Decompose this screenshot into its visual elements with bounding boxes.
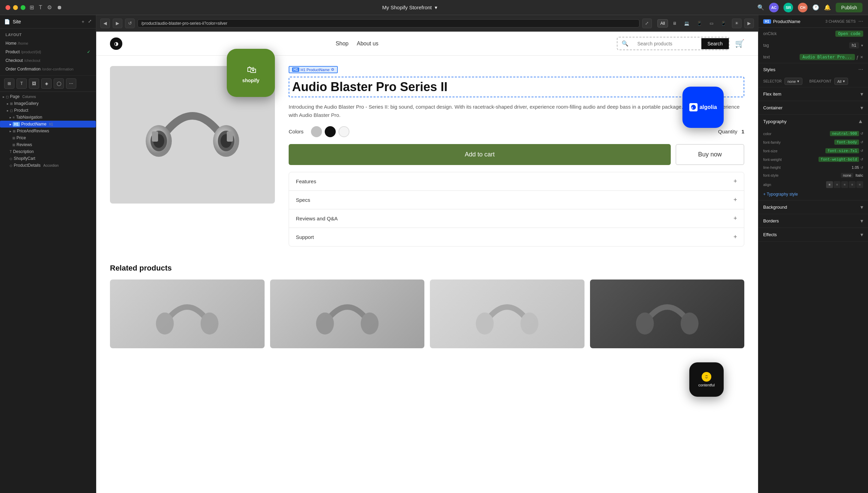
accordion-support[interactable]: Support + xyxy=(289,228,744,246)
styles-menu-icon[interactable]: ⋯ xyxy=(858,67,863,72)
font-family-value[interactable]: font-body xyxy=(834,140,859,145)
styles-header[interactable]: Styles ⋯ xyxy=(758,63,868,76)
tree-tab-navigation[interactable]: ▸ ≡ TabNavigation xyxy=(0,114,96,121)
borders-section[interactable]: Borders ▾ xyxy=(758,214,868,228)
grid-icon[interactable]: ⊞ xyxy=(30,4,34,11)
external-link-button[interactable]: ⤢ xyxy=(642,19,652,28)
minimize-button[interactable] xyxy=(13,5,18,10)
avatar-ac[interactable]: AC xyxy=(769,3,779,12)
tool-more[interactable]: ⋯ xyxy=(66,78,76,89)
cart-icon[interactable]: 🛒 xyxy=(735,39,744,48)
forward-button[interactable]: ▶ xyxy=(113,19,122,28)
panel-menu-icon[interactable]: ⋯ xyxy=(858,19,863,24)
tree-product[interactable]: ▸ ◻ Product xyxy=(0,107,96,114)
view-small-tablet-button[interactable]: ▭ xyxy=(706,19,716,28)
tool-grid[interactable]: ⊞ xyxy=(4,78,14,89)
reset-font-weight-icon[interactable]: ↺ xyxy=(860,157,863,161)
tree-product-name[interactable]: ▸ H1 ProductName h1 xyxy=(0,121,96,128)
swatch-black[interactable] xyxy=(325,126,336,137)
reload-button[interactable]: ↺ xyxy=(125,19,135,28)
nav-product[interactable]: Product /product/{id} ✓ xyxy=(0,47,96,56)
font-style-italic[interactable]: Italic xyxy=(855,173,863,177)
nav-about[interactable]: About us xyxy=(357,41,378,47)
maximize-button[interactable] xyxy=(21,5,25,10)
settings-icon[interactable]: ⚙ xyxy=(331,67,334,72)
close-button[interactable] xyxy=(5,5,10,10)
search-input[interactable] xyxy=(633,38,701,49)
accordion-reviews[interactable]: Reviews and Q&A + xyxy=(289,209,744,228)
avatar-sr[interactable]: SR xyxy=(783,3,793,12)
record-icon[interactable]: ⏺ xyxy=(57,4,62,11)
nav-home[interactable]: Home /home xyxy=(0,39,96,47)
nav-checkout[interactable]: Checkout /checkout xyxy=(0,56,96,65)
typography-header[interactable]: Typography ▲ xyxy=(758,115,868,128)
search-button[interactable]: Search xyxy=(701,38,729,49)
tool-image[interactable]: 🖼 xyxy=(29,78,39,89)
text-value[interactable]: Audio Blaster Pro... xyxy=(800,54,855,60)
line-height-value[interactable]: 1.05 xyxy=(852,165,859,169)
add-to-cart-button[interactable]: Add to cart xyxy=(289,144,671,165)
tree-reviews[interactable]: ⊞ Reviews xyxy=(0,141,96,148)
expand-icon[interactable]: ⤢ xyxy=(88,19,92,25)
align-justify-button[interactable]: ≡ xyxy=(849,181,856,188)
avatar-ch[interactable]: CH xyxy=(798,3,808,12)
related-card-3[interactable] xyxy=(430,280,585,348)
nav-shop[interactable]: Shop xyxy=(336,41,348,47)
nav-order-confirmation[interactable]: Order Confirmation /order-confirmation xyxy=(0,65,96,73)
reset-color-icon[interactable]: ↺ xyxy=(860,132,863,135)
add-typography-style-button[interactable]: + Typography style xyxy=(758,190,868,199)
dropdown-icon[interactable]: ▾ xyxy=(435,4,437,11)
accordion-features[interactable]: Features + xyxy=(289,172,744,191)
onclick-value[interactable]: Open code xyxy=(835,31,863,37)
quantity-value[interactable]: 1 xyxy=(742,129,744,134)
view-desktop-button[interactable]: 🖥 xyxy=(669,19,680,28)
tool-text[interactable]: T xyxy=(16,78,27,89)
reset-font-family-icon[interactable]: ↺ xyxy=(860,140,863,144)
font-size-value[interactable]: font-size-7x1 xyxy=(825,148,859,153)
back-button[interactable]: ◀ xyxy=(100,19,110,28)
tree-price-and-reviews[interactable]: ▸ ⊞ PriceAndReviews xyxy=(0,128,96,134)
container-section[interactable]: Container ▾ xyxy=(758,101,868,115)
effects-section[interactable]: Effects ▾ xyxy=(758,228,868,242)
selector-dropdown[interactable]: none ▾ xyxy=(784,78,802,85)
nav-more[interactable]: More ▾ xyxy=(387,40,403,47)
tree-image-gallery[interactable]: ▸ ⊞ ImageGallery xyxy=(0,100,96,107)
url-bar[interactable]: /product/audio-blaster-pro-series-ii?col… xyxy=(137,19,639,28)
tag-value[interactable]: h1 xyxy=(849,42,859,48)
tree-page[interactable]: ▸ ◻ Page Columns xyxy=(0,93,96,100)
tool-component[interactable]: ◈ xyxy=(41,78,52,89)
history-icon[interactable]: 🕐 xyxy=(812,4,819,11)
view-tablet-button[interactable]: 📱 xyxy=(694,19,705,28)
preview-play[interactable]: ▶ xyxy=(744,19,754,28)
view-mobile-button[interactable]: 📱 xyxy=(718,19,729,28)
related-card-2[interactable] xyxy=(270,280,425,348)
view-all-button[interactable]: All xyxy=(657,19,668,28)
tree-price[interactable]: ⊞ Price xyxy=(0,134,96,141)
settings-icon[interactable]: ⚙ xyxy=(47,4,52,11)
align-left-button[interactable]: ≡ xyxy=(826,181,833,188)
breakpoint-dropdown[interactable]: All ▾ xyxy=(834,78,848,85)
flex-item-section[interactable]: Flex item ▾ xyxy=(758,87,868,101)
buy-now-button[interactable]: Buy now xyxy=(676,144,744,165)
related-card-1[interactable] xyxy=(110,280,265,348)
search-icon[interactable]: 🔍 xyxy=(757,4,764,11)
bell-icon[interactable]: 🔔 xyxy=(824,4,831,11)
swatch-silver[interactable] xyxy=(311,126,322,137)
align-extra-button[interactable]: ≡ xyxy=(856,181,863,188)
function-icon[interactable]: ƒ xyxy=(856,55,859,60)
accordion-specs[interactable]: Specs + xyxy=(289,191,744,209)
related-card-4[interactable] xyxy=(590,280,745,348)
background-section[interactable]: Background ▾ xyxy=(758,200,868,214)
reset-line-height-icon[interactable]: ↺ xyxy=(860,166,863,169)
tree-product-details[interactable]: ◇ ProductDetails Accordion xyxy=(0,162,96,169)
view-laptop-button[interactable]: 💻 xyxy=(681,19,692,28)
text-icon[interactable]: T xyxy=(39,4,42,11)
swatch-white[interactable] xyxy=(338,126,349,137)
theme-toggle[interactable]: ☀ xyxy=(732,19,742,28)
reset-font-size-icon[interactable]: ↺ xyxy=(860,149,863,153)
tree-shopify-cart[interactable]: ◇ ShopifyCart xyxy=(0,155,96,162)
align-right-button[interactable]: ≡ xyxy=(841,181,848,188)
add-icon[interactable]: ＋ xyxy=(81,19,85,25)
align-center-button[interactable]: ≡ xyxy=(834,181,841,188)
publish-button[interactable]: Publish xyxy=(836,3,863,12)
